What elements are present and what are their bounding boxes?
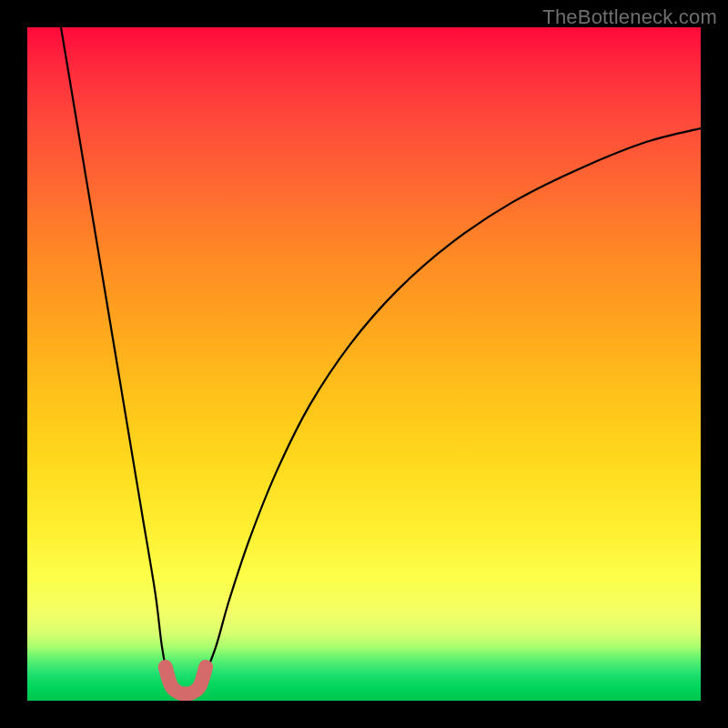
curve-right-branch bbox=[196, 128, 701, 694]
curve-left-branch bbox=[61, 27, 176, 694]
curve-svg bbox=[27, 27, 701, 701]
chart-frame: TheBottleneck.com bbox=[0, 0, 728, 728]
watermark-text: TheBottleneck.com bbox=[542, 5, 717, 29]
curve-minimum-marker bbox=[166, 667, 206, 694]
plot-area bbox=[27, 27, 701, 701]
curve-layer bbox=[61, 27, 701, 694]
